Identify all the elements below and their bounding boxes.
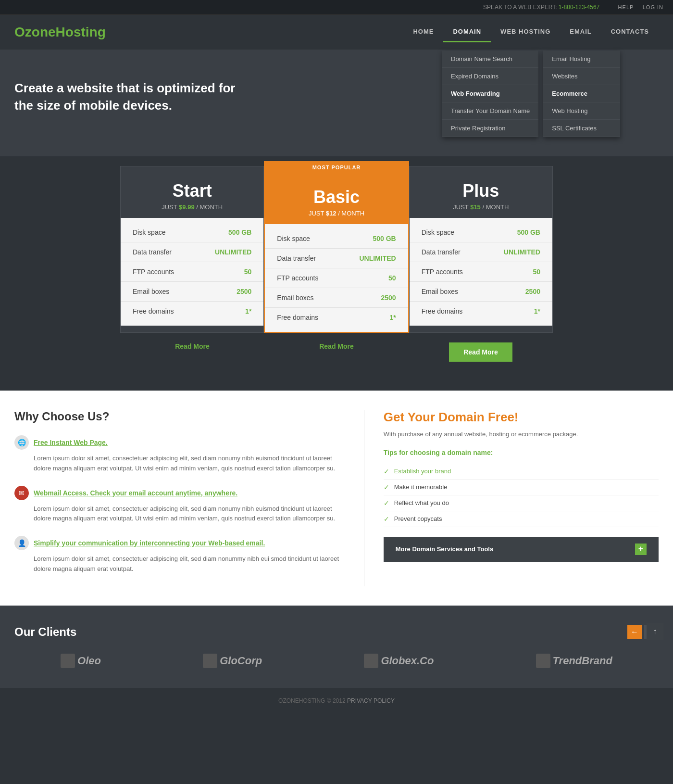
dd-transfer[interactable]: Transfer Your Domain Name: [442, 102, 538, 120]
clients-header: Our Clients ← →: [14, 625, 659, 639]
why-item-1: 🌐 Free Instant Web Page. Lorem ipsum dol…: [14, 435, 345, 474]
clients-logos: Oleo GloCorp Globex.Co TrendBrand: [14, 654, 659, 668]
feature-row: Free domains 1*: [265, 308, 408, 327]
dd-expired-domains[interactable]: Expired Domains: [442, 68, 538, 85]
scroll-up-btn[interactable]: ↑: [647, 623, 663, 640]
feature-value: 2500: [237, 288, 251, 295]
dd-private-reg[interactable]: Private Registration: [442, 120, 538, 137]
feature-label: Email boxes: [422, 288, 458, 295]
top-links: HELP LOG IN: [611, 4, 663, 11]
more-domain-btn[interactable]: More Domain Services and Tools +: [384, 537, 659, 562]
check-icon-3: ✓: [384, 499, 389, 507]
get-domain-title-text: Get Your Domain: [384, 410, 488, 424]
feature-label: Data transfer: [277, 254, 316, 262]
plan-basic-name: Basic: [274, 187, 398, 207]
get-domain-subtext: With purchase of any annual website, hos…: [384, 430, 659, 439]
feature-row: Email boxes 2500: [121, 282, 263, 302]
trendbrand-name: TrendBrand: [553, 655, 612, 667]
email-icon: ✉: [14, 486, 29, 500]
email-dropdown: Email Hosting Websites Ecommerce Web Hos…: [543, 51, 620, 137]
glocorp-name: GloCorp: [220, 655, 262, 667]
content-section: Why Choose Us? 🌐 Free Instant Web Page. …: [0, 391, 673, 606]
feature-label: FTP accounts: [133, 268, 174, 276]
feature-row: Data transfer UNLIMITED: [410, 242, 552, 262]
feature-value: 500 GB: [517, 228, 540, 236]
dd-websites[interactable]: Websites: [543, 68, 620, 85]
dd-web-forwarding[interactable]: Web Forwarding: [442, 85, 538, 102]
tip-3-label: Reflect what you do: [394, 499, 449, 506]
plan-start-price: JUST $9.99 / MONTH: [130, 203, 254, 211]
feature-row: Disk space 500 GB: [265, 229, 408, 249]
feature-label: Disk space: [133, 228, 165, 236]
client-logo-trendbrand: TrendBrand: [536, 654, 612, 668]
tip-3: ✓ Reflect what you do: [384, 495, 659, 511]
login-link[interactable]: LOG IN: [643, 4, 663, 10]
nav-domain[interactable]: DOMAIN: [443, 22, 491, 42]
plan-basic-price-num: $12: [326, 210, 336, 217]
feature-label: Free domains: [422, 307, 463, 315]
why-item-2-title[interactable]: Webmail Access. Check your email account…: [34, 489, 237, 497]
feature-value: 2500: [381, 294, 396, 302]
logo[interactable]: OzoneHosting: [14, 25, 403, 40]
pricing-section: Start JUST $9.99 / MONTH Disk space 500 …: [0, 156, 673, 391]
why-choose-title: Why Choose Us?: [14, 410, 345, 423]
client-logo-oleo: Oleo: [61, 654, 101, 668]
dd-domain-search[interactable]: Domain Name Search: [442, 51, 538, 68]
pricing-wrapper: Start JUST $9.99 / MONTH Disk space 500 …: [120, 166, 553, 333]
plan-basic-price: JUST $12 / MONTH: [274, 210, 398, 217]
nav-email[interactable]: EMAIL: [560, 22, 601, 42]
plan-basic-features: Disk space 500 GB Data transfer UNLIMITE…: [265, 224, 408, 332]
why-item-1-title[interactable]: Free Instant Web Page.: [34, 439, 108, 446]
why-choose-section: Why Choose Us? 🌐 Free Instant Web Page. …: [14, 410, 345, 586]
tip-2-label: Make it memorable: [394, 483, 448, 491]
feature-label: FTP accounts: [422, 268, 463, 276]
phone-link[interactable]: 1-800-123-4567: [559, 4, 599, 11]
tip-4: ✓ Prevent copycats: [384, 511, 659, 527]
read-more-start-btn[interactable]: Read More: [175, 342, 210, 350]
why-item-3-header: 👤 Simplify your communication by interco…: [14, 536, 345, 550]
globex-name: Globex.Co: [381, 655, 434, 667]
dd-ssl[interactable]: SSL Certificates: [543, 120, 620, 137]
why-item-1-header: 🌐 Free Instant Web Page.: [14, 435, 345, 450]
dd-ecommerce[interactable]: Ecommerce: [543, 85, 620, 102]
tip-4-label: Prevent copycats: [394, 515, 442, 522]
nav-home[interactable]: HOME: [403, 22, 443, 42]
client-prev-btn[interactable]: ←: [627, 625, 642, 639]
nav-contacts[interactable]: CONTACTS: [601, 22, 659, 42]
plan-start: Start JUST $9.99 / MONTH Disk space 500 …: [120, 166, 264, 333]
feature-row: Email boxes 2500: [410, 282, 552, 302]
why-item-3-title[interactable]: Simplify your communication by interconn…: [34, 539, 265, 547]
oleo-name: Oleo: [77, 655, 101, 667]
feature-value: 50: [244, 268, 252, 276]
why-item-3-text: Lorem ipsum dolor sit amet, consectetuer…: [34, 554, 345, 574]
user-icon: 👤: [14, 536, 29, 550]
feature-label: Free domains: [277, 314, 318, 321]
why-item-2-text: Lorem ipsum dolor sit amet, consectetuer…: [34, 504, 345, 524]
read-more-basic-btn[interactable]: Read More: [319, 342, 354, 350]
read-more-plus-btn[interactable]: Read More: [449, 342, 512, 362]
read-more-start: Read More: [120, 333, 264, 371]
tip-2: ✓ Make it memorable: [384, 480, 659, 495]
client-logo-globex: Globex.Co: [364, 654, 434, 668]
footer: OZONEHOSTING © 2012 PRIVACY POLICY: [0, 687, 673, 714]
client-logo-glocorp: GloCorp: [203, 654, 262, 668]
feature-label: Email boxes: [133, 288, 169, 295]
dropdown-container: Domain Name Search Expired Domains Web F…: [0, 51, 673, 137]
feature-row: Free domains 1*: [121, 302, 263, 321]
plan-basic-header: Basic JUST $12 / MONTH: [265, 173, 408, 224]
check-icon-2: ✓: [384, 483, 389, 491]
privacy-link[interactable]: PRIVACY POLICY: [347, 697, 395, 704]
feature-row: Free domains 1*: [410, 302, 552, 321]
dd-web-hosting[interactable]: Web Hosting: [543, 102, 620, 120]
feature-row: Email boxes 2500: [265, 288, 408, 308]
glocorp-icon: [203, 654, 217, 668]
tip-1-label[interactable]: Establish your brand: [394, 468, 451, 475]
trendbrand-icon: [536, 654, 550, 668]
nav-web-hosting[interactable]: WEB HOSTING: [491, 22, 560, 42]
check-icon-1: ✓: [384, 468, 389, 475]
feature-row: Disk space 500 GB: [410, 223, 552, 242]
read-more-area: Read More Read More Read More: [120, 333, 553, 371]
help-link[interactable]: HELP: [618, 4, 634, 10]
dd-email-hosting[interactable]: Email Hosting: [543, 51, 620, 68]
oleo-icon: [61, 654, 75, 668]
